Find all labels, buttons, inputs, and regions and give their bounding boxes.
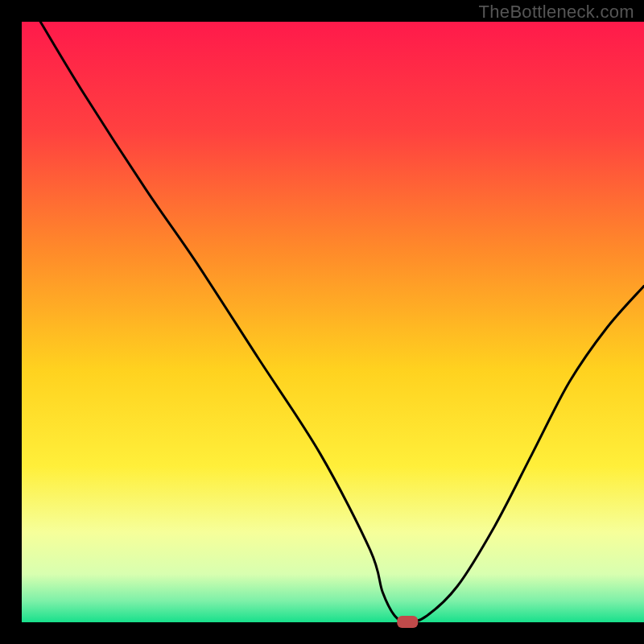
plot-gradient-background	[22, 22, 644, 622]
watermark-text: TheBottleneck.com	[479, 2, 634, 23]
bottleneck-chart	[0, 0, 644, 644]
chart-stage: TheBottleneck.com	[0, 0, 644, 644]
optimum-marker	[397, 616, 418, 628]
